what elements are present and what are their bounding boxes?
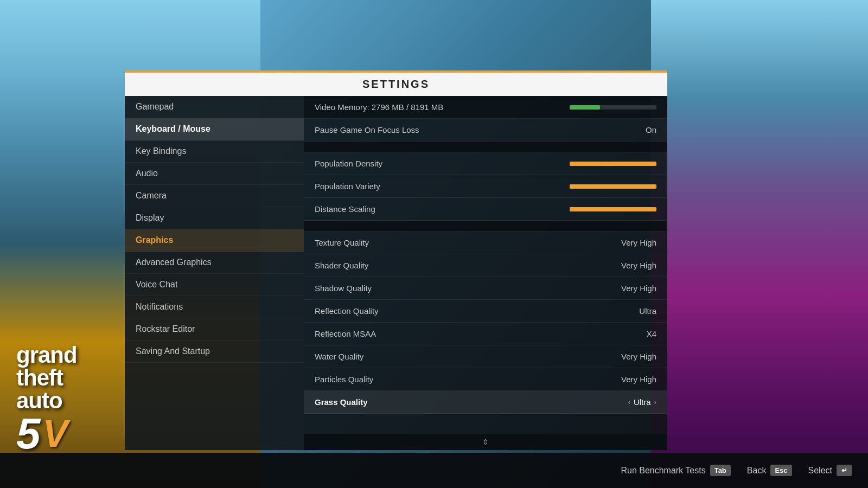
settings-modal: SETTINGS Gamepad Keyboard / Mouse Key Bi… [125,70,667,450]
sidebar-item-graphics[interactable]: Graphics [125,229,304,252]
pop-variety-label: Population Variety [315,182,380,191]
video-memory-slider [570,105,656,110]
back-key: Esc [770,465,792,476]
grass-quality-arrow-right[interactable]: › [654,398,656,406]
sidebar-item-display[interactable]: Display [125,207,304,229]
setting-row-pop-variety[interactable]: Population Variety [304,175,667,198]
back-label: Back [747,466,767,476]
distance-scaling-slider [570,207,656,211]
distance-scaling-label: Distance Scaling [315,204,375,214]
sidebar-item-saving-startup[interactable]: Saving And Startup [125,341,304,363]
select-label: Select [808,466,832,476]
setting-row-texture-quality[interactable]: Texture Quality Very High [304,232,667,254]
settings-header: SETTINGS [125,70,667,96]
shadow-quality-label: Shadow Quality [315,284,372,293]
bottom-bar: Run Benchmark Tests Tab Back Esc Select … [0,453,868,488]
setting-row-water-quality[interactable]: Water Quality Very High [304,345,667,368]
settings-content-inner: Video Memory: 2796 MB / 8191 MB Pause Ga… [304,96,667,434]
bg-right-panel [651,0,868,488]
shader-quality-label: Shader Quality [315,261,368,270]
gta-five-text: 5 [16,412,41,455]
water-quality-value: Very High [621,352,656,361]
video-memory-fill [570,105,600,110]
grass-quality-label: Grass Quality [315,397,368,407]
settings-body: Gamepad Keyboard / Mouse Key Bindings Au… [125,96,667,450]
sidebar-item-key-bindings[interactable]: Key Bindings [125,140,304,163]
setting-row-reflection-quality[interactable]: Reflection Quality Ultra [304,300,667,323]
texture-quality-value: Very High [621,238,656,247]
particles-quality-label: Particles Quality [315,375,373,384]
sidebar-item-audio[interactable]: Audio [125,163,304,185]
spacer-2 [304,221,667,232]
distance-scaling-fill [570,207,656,211]
pop-variety-slider [570,184,656,189]
grass-quality-value-container: ‹ Ultra › [628,397,656,407]
setting-row-shadow-quality[interactable]: Shadow Quality Very High [304,277,667,300]
setting-row-video-memory: Video Memory: 2796 MB / 8191 MB [304,96,667,119]
sidebar-item-gamepad[interactable]: Gamepad [125,96,304,118]
setting-row-pop-density[interactable]: Population Density [304,152,667,175]
gta-roman-v: V [43,415,68,453]
reflection-msaa-label: Reflection MSAA [315,329,376,338]
reflection-quality-label: Reflection Quality [315,306,379,316]
run-benchmark-btn[interactable]: Run Benchmark Tests Tab [621,465,730,476]
gta-logo: grand theft auto 5 V [16,344,77,455]
pop-density-label: Population Density [315,159,382,168]
pop-density-slider [570,162,656,166]
video-memory-label: Video Memory: 2796 MB / 8191 MB [315,102,443,112]
setting-row-grass-quality[interactable]: Grass Quality ‹ Ultra › [304,391,667,414]
water-quality-label: Water Quality [315,352,363,361]
sidebar-item-keyboard-mouse[interactable]: Keyboard / Mouse [125,118,304,140]
sidebar: Gamepad Keyboard / Mouse Key Bindings Au… [125,96,304,450]
select-btn[interactable]: Select ↵ [808,465,852,476]
gta-logo-text: grand theft auto [16,344,77,412]
back-btn[interactable]: Back Esc [747,465,792,476]
spacer-1 [304,142,667,152]
setting-row-shader-quality[interactable]: Shader Quality Very High [304,254,667,277]
setting-row-particles-quality[interactable]: Particles Quality Very High [304,368,667,391]
settings-content: Video Memory: 2796 MB / 8191 MB Pause Ga… [304,96,667,450]
setting-row-distance-scaling[interactable]: Distance Scaling [304,198,667,221]
setting-row-reflection-msaa[interactable]: Reflection MSAA X4 [304,323,667,345]
sidebar-item-rockstar-editor[interactable]: Rockstar Editor [125,318,304,341]
run-benchmark-key: Tab [710,465,731,476]
pause-focus-label: Pause Game On Focus Loss [315,125,419,134]
scroll-indicator: ⇕ [304,434,667,450]
sidebar-item-voice-chat[interactable]: Voice Chat [125,274,304,296]
sidebar-item-advanced-graphics[interactable]: Advanced Graphics [125,252,304,274]
shader-quality-value: Very High [621,261,656,270]
pop-density-fill [570,162,656,166]
sidebar-item-notifications[interactable]: Notifications [125,296,304,318]
setting-row-pause-focus[interactable]: Pause Game On Focus Loss On [304,119,667,142]
particles-quality-value: Very High [621,375,656,384]
sidebar-item-camera[interactable]: Camera [125,185,304,207]
reflection-msaa-value: X4 [647,329,656,338]
reflection-quality-value: Ultra [639,306,656,316]
grass-quality-arrow-left[interactable]: ‹ [628,398,630,406]
pop-variety-fill [570,184,656,189]
run-benchmark-label: Run Benchmark Tests [621,466,705,476]
pause-focus-value: On [646,125,656,134]
texture-quality-label: Texture Quality [315,238,369,247]
settings-title: SETTINGS [362,78,430,90]
shadow-quality-value: Very High [621,284,656,293]
scroll-arrows-icon: ⇕ [482,438,489,446]
grass-quality-value: Ultra [634,397,651,407]
select-key: ↵ [837,465,852,476]
